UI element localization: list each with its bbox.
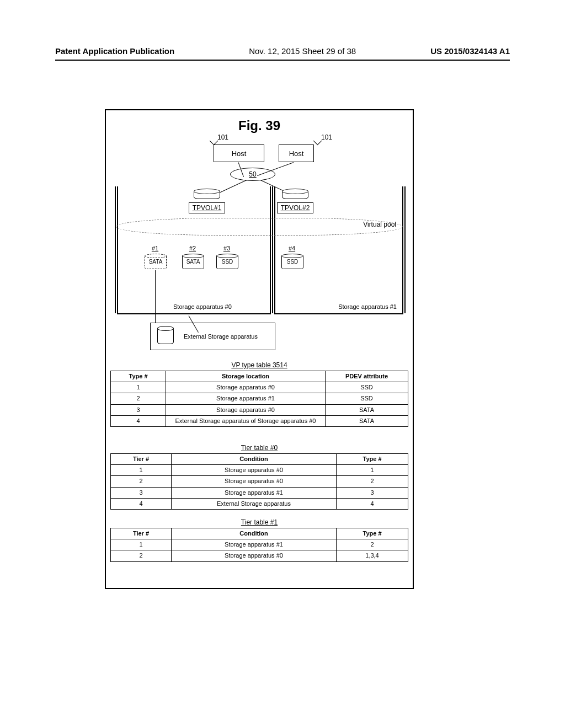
tpvol-2-label: TPVOL#2: [277, 202, 314, 213]
disk-3: #3 SSD: [216, 255, 237, 269]
table-row: 2Storage apparatus #01,3,4: [111, 550, 408, 561]
tier-table-1: Tier # Condition Type # 1Storage apparat…: [110, 528, 408, 562]
tier-table-0: Tier # Condition Type # 1Storage apparat…: [110, 453, 408, 510]
apparatus-0-label: Storage apparatus #0: [173, 303, 232, 310]
table-row: 1Storage apparatus #12: [111, 539, 408, 550]
table-row: 3Storage apparatus #13: [111, 487, 408, 498]
header-right: US 2015/0324143 A1: [430, 46, 510, 56]
table-row: 1Storage apparatus #0SSD: [111, 382, 408, 393]
figure-title: Fig. 39: [106, 118, 413, 133]
header-left: Patent Application Publication: [55, 46, 174, 56]
host-box-1: Host: [214, 144, 264, 162]
col-header: Storage location: [166, 371, 326, 382]
table-row: 4External Storage apparatus of Storage a…: [111, 415, 408, 426]
header-center: Nov. 12, 2015 Sheet 29 of 38: [249, 46, 356, 56]
tpvol-1: TPVOL#1: [188, 190, 226, 213]
page-header: Patent Application Publication Nov. 12, …: [55, 46, 510, 56]
table-row: 2Storage apparatus #02: [111, 476, 408, 487]
figure-frame: Fig. 39 101 101 Host Host 50 Storage app…: [105, 109, 414, 589]
vp-type-table: Type # Storage location PDEV attribute 1…: [110, 371, 408, 427]
table-header-row: Tier # Condition Type #: [111, 454, 408, 465]
header-rule: [55, 60, 510, 61]
virtual-pool-label: Virtual pool: [363, 221, 396, 228]
host-box-2: Host: [279, 144, 314, 162]
page: Patent Application Publication Nov. 12, …: [0, 0, 565, 728]
table-row: 4External Storage apparatus4: [111, 498, 408, 509]
tier1-title: Tier table #1: [106, 518, 413, 526]
external-storage-cylinder-icon: [157, 328, 174, 344]
table-row: 3Storage apparatus #0SATA: [111, 404, 408, 415]
virtual-pool-ellipse: [116, 218, 403, 235]
tier0-title: Tier table #0: [106, 444, 413, 452]
table-header-row: Tier # Condition Type #: [111, 528, 408, 539]
tpvol-1-label: TPVOL#1: [189, 202, 226, 213]
external-storage-label: External Storage apparatus: [184, 333, 258, 340]
table-row: 2Storage apparatus #1SSD: [111, 393, 408, 404]
apparatus-1-label: Storage apparatus #1: [338, 303, 397, 310]
network-label: 50: [249, 170, 256, 178]
table-header-row: Type # Storage location PDEV attribute: [111, 371, 408, 382]
tpvol-2: TPVOL#2: [276, 190, 315, 213]
col-header: PDEV attribute: [326, 371, 408, 382]
disk-1: #1 SATA: [145, 255, 166, 269]
external-storage-box: External Storage apparatus: [150, 323, 275, 350]
network-cloud: 50: [230, 168, 275, 181]
connector: [155, 270, 156, 323]
col-header: Type #: [111, 371, 166, 382]
table-row: 1Storage apparatus #01: [111, 465, 408, 476]
disk-2: #2 SATA: [182, 255, 203, 269]
vp-table-title: VP type table 3514: [106, 361, 413, 369]
disk-4: #4 SSD: [281, 255, 302, 269]
